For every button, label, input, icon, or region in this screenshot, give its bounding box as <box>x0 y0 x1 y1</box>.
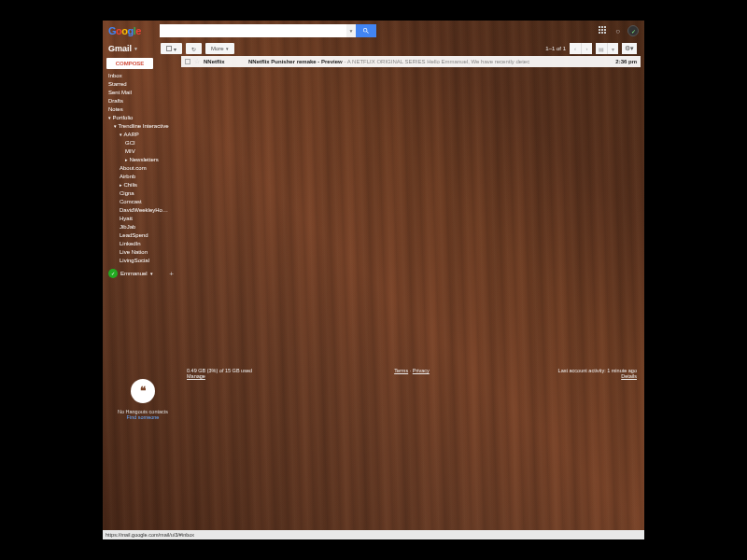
new-chat-button[interactable]: + <box>169 270 174 278</box>
select-checkbox[interactable]: ▾ <box>161 43 182 54</box>
search-button[interactable] <box>356 24 376 37</box>
message-sender: NNetflix <box>204 59 245 64</box>
search-options-dropdown[interactable]: ▼ <box>346 24 356 37</box>
prev-button[interactable]: ‹ <box>570 43 581 54</box>
folder-livingsocial[interactable]: LivingSocial <box>106 257 181 265</box>
message-time: 2:36 pm <box>615 59 637 64</box>
folder-drafts[interactable]: Drafts <box>106 97 181 105</box>
folder-livenation[interactable]: Live Nation <box>106 248 181 257</box>
folder-trendlineinteractive[interactable]: Trendline Interactive <box>106 122 181 131</box>
privacy-link[interactable]: Privacy <box>413 368 430 373</box>
star-icon[interactable]: ☆ <box>194 58 200 65</box>
more-button[interactable]: More <box>205 43 234 54</box>
chat-username: Emmanuel <box>120 271 148 276</box>
folder-hyatt[interactable]: Hyatt <box>106 215 181 223</box>
status-bar: https://mail.google.com/mail/u/3/#inbox <box>103 530 644 539</box>
pagination: ‹› <box>570 43 592 54</box>
message-checkbox[interactable] <box>185 59 190 64</box>
apps-icon[interactable] <box>599 26 608 35</box>
folder-cigna[interactable]: Cigna <box>106 189 181 198</box>
view-toggle[interactable]: ▤ <box>596 43 607 54</box>
google-logo[interactable]: Google <box>108 25 141 36</box>
folder-davidweekleyho[interactable]: DavidWeekleyHo… <box>106 206 181 215</box>
search-input[interactable] <box>160 24 346 37</box>
footer: 0.49 GB (3%) of 15 GB used Manage Terms … <box>187 368 637 379</box>
folder-gci[interactable]: GCI <box>106 139 181 147</box>
next-button[interactable]: › <box>581 43 592 54</box>
settings-button[interactable]: ⚙▾ <box>622 43 637 54</box>
hangouts-panel: ❝ No Hangouts contacts Find someone <box>110 379 176 420</box>
compose-button[interactable]: COMPOSE <box>106 58 153 69</box>
folder-comcast[interactable]: Comcast <box>106 198 181 206</box>
message-count: 1–1 of 1 <box>545 46 566 51</box>
chat-user-row[interactable]: ✓ Emmanuel ▾ + <box>106 269 181 278</box>
terms-link[interactable]: Terms <box>394 368 408 373</box>
folder-aboutcom[interactable]: About.com <box>106 164 181 173</box>
folder-chilis[interactable]: Chilis <box>106 181 181 189</box>
folder-nav: InboxStarredSent MailDraftsNotesPortfoli… <box>106 72 181 265</box>
folder-newsletters[interactable]: Newsletters <box>106 156 181 164</box>
folder-aarp[interactable]: AARP <box>106 131 181 139</box>
folder-jibjab[interactable]: JibJab <box>106 223 181 231</box>
folder-linkedin[interactable]: LinkedIn <box>106 240 181 248</box>
gmail-label[interactable]: Gmail <box>108 44 132 53</box>
folder-portfolio[interactable]: Portfolio <box>106 114 181 122</box>
refresh-button[interactable]: ↻ <box>186 43 202 54</box>
folder-starred[interactable]: Starred <box>106 80 181 89</box>
search-bar: ▼ <box>160 24 376 37</box>
message-subject: NNetflix Punisher remake - Preview - A N… <box>248 59 529 64</box>
folder-miv[interactable]: MIV <box>106 147 181 156</box>
folder-airbnb[interactable]: Airbnb <box>106 173 181 181</box>
message-row[interactable]: ☆ NNetflix NNetflix Punisher remake - Pr… <box>181 56 641 67</box>
account-avatar[interactable]: ✓ <box>627 25 639 36</box>
manage-link[interactable]: Manage <box>187 373 205 379</box>
folder-inbox[interactable]: Inbox <box>106 72 181 80</box>
chat-avatar: ✓ <box>108 269 118 278</box>
hangouts-icon[interactable]: ❝ <box>131 379 155 403</box>
folder-notes[interactable]: Notes <box>106 105 181 114</box>
hangouts-find-link[interactable]: Find someone <box>110 414 176 420</box>
folder-leadspend[interactable]: LeadSpend <box>106 231 181 240</box>
notifications-icon[interactable]: ○ <box>615 27 620 35</box>
view-dropdown[interactable]: ▾ <box>607 43 618 54</box>
status-url: https://mail.google.com/mail/u/3/#inbox <box>106 532 194 538</box>
gmail-dropdown-icon[interactable]: ▼ <box>134 46 138 51</box>
folder-sentmail[interactable]: Sent Mail <box>106 89 181 97</box>
details-link[interactable]: Details <box>621 373 637 379</box>
